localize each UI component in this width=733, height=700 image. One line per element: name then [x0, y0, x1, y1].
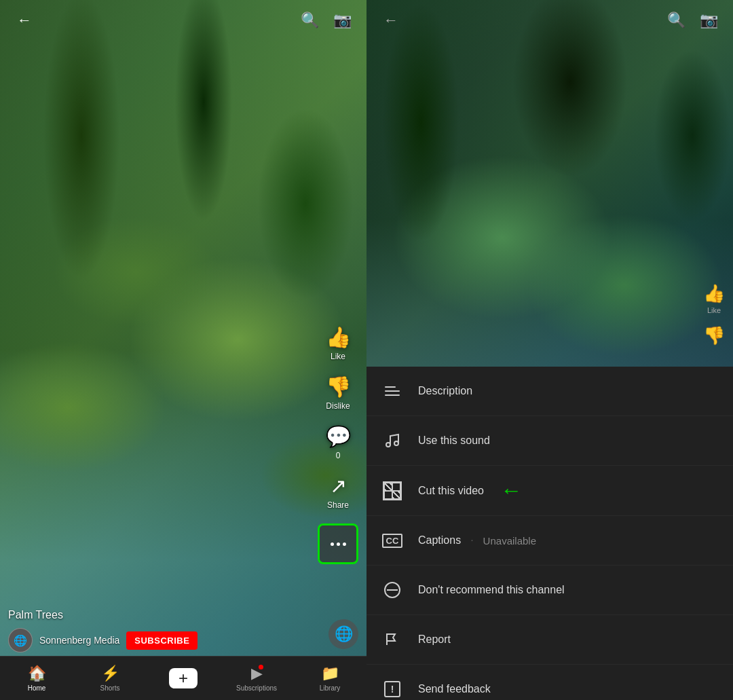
menu-item-description[interactable]: Description [366, 367, 733, 416]
library-label: Library [320, 684, 341, 692]
nav-shorts[interactable]: ⚡ Shorts [73, 665, 147, 692]
top-right-icons: 🔍 📷 [296, 7, 356, 34]
send-feedback-label: Send feedback [418, 683, 491, 695]
comment-count: 0 [336, 451, 341, 460]
menu-item-send-feedback[interactable]: ! Send feedback [366, 665, 733, 700]
nav-add[interactable]: + [147, 668, 220, 688]
nav-library[interactable]: 📁 Library [293, 665, 366, 692]
home-icon: 🏠 [28, 665, 46, 682]
camera-button[interactable]: 📷 [328, 7, 356, 34]
captions-label: Captions · Unavailable [418, 534, 536, 547]
dislike-icon: 👎 [326, 375, 351, 399]
subscribe-button[interactable]: SUBSCRIBE [126, 631, 198, 650]
menu-item-cut-video[interactable]: Cut this video ← [366, 466, 733, 516]
nav-home[interactable]: 🏠 Home [0, 665, 73, 692]
menu-item-report[interactable]: Report [366, 615, 733, 665]
dislike-action[interactable]: 👎 Dislike [326, 375, 351, 411]
right-topbar: ← 🔍 📷 [366, 0, 733, 41]
right-dislike-icon: 👎 [703, 325, 725, 346]
globe-icon: 🌐 [14, 634, 27, 647]
channel-name[interactable]: Sonnenberg Media [39, 635, 119, 646]
svg-point-0 [386, 443, 390, 447]
right-like-action[interactable]: 👍 Like [703, 283, 725, 314]
right-camera-button[interactable]: 📷 [695, 7, 722, 34]
like-icon: 👍 [326, 325, 351, 349]
dont-recommend-label: Don't recommend this channel [418, 584, 565, 596]
right-top-icons: 🔍 📷 [662, 7, 722, 34]
share-label: Share [327, 500, 349, 510]
comment-icon: 💬 [326, 424, 351, 448]
channel-row: 🌐 Sonnenberg Media SUBSCRIBE [8, 628, 305, 652]
subscriptions-label: Subscriptions [236, 684, 277, 692]
search-button[interactable]: 🔍 [296, 7, 323, 34]
menu-item-dont-recommend[interactable]: Don't recommend this channel [366, 566, 733, 615]
description-icon [380, 379, 405, 403]
share-action[interactable]: ↗ Share [327, 474, 349, 510]
home-label: Home [28, 684, 46, 692]
shorts-label: Shorts [100, 684, 120, 692]
captions-icon: CC [380, 528, 405, 553]
share-icon: ↗ [330, 474, 347, 498]
video-title: Palm Trees [8, 609, 305, 621]
menu-item-use-sound[interactable]: Use this sound [366, 416, 733, 466]
video-info: Palm Trees 🌐 Sonnenberg Media SUBSCRIBE [8, 609, 305, 652]
add-icon: + [169, 668, 198, 688]
menu-list: Description Use this sound [366, 367, 733, 700]
dislike-label: Dislike [326, 401, 350, 411]
library-icon: 📁 [321, 665, 339, 682]
right-video-bg [366, 0, 733, 367]
video-background [0, 0, 366, 700]
use-sound-label: Use this sound [418, 435, 490, 447]
left-panel: ← 🔍 📷 👍 Like 👎 Dislike 💬 0 ↗ Share [0, 0, 366, 700]
more-dots-icon [331, 542, 346, 546]
right-dislike-action[interactable]: 👎 [703, 325, 725, 346]
cut-video-label: Cut this video ← [418, 478, 522, 503]
comment-action[interactable]: 💬 0 [326, 424, 351, 460]
right-side-actions: 👍 Like 👎 [703, 283, 725, 346]
shorts-icon: ⚡ [101, 665, 119, 682]
captions-sub: Unavailable [483, 535, 536, 547]
notification-dot [259, 665, 263, 669]
green-arrow-icon: ← [500, 478, 522, 503]
description-label: Description [418, 385, 472, 397]
feedback-icon: ! [380, 677, 405, 700]
more-options-button[interactable] [318, 523, 358, 564]
svg-point-1 [394, 441, 398, 445]
bottom-globe-button[interactable]: 🌐 [328, 619, 358, 649]
like-label: Like [331, 352, 345, 361]
right-like-label: Like [707, 306, 721, 314]
menu-item-captions[interactable]: CC Captions · Unavailable [366, 516, 733, 566]
channel-avatar: 🌐 [8, 628, 33, 652]
cut-video-icon [380, 479, 405, 503]
right-actions: 👍 Like 👎 Dislike 💬 0 ↗ Share [318, 325, 358, 564]
right-like-icon: 👍 [703, 283, 725, 304]
right-video: ← 🔍 📷 👍 Like 👎 [366, 0, 733, 367]
nav-subscriptions[interactable]: ▶ Subscriptions [220, 665, 293, 692]
flag-icon [380, 627, 405, 652]
left-topbar: ← 🔍 📷 [0, 0, 366, 41]
report-label: Report [418, 633, 451, 646]
back-button[interactable]: ← [11, 7, 38, 34]
block-icon [380, 578, 405, 602]
right-back-button[interactable]: ← [377, 7, 405, 34]
globe-bottom-icon: 🌐 [335, 625, 353, 643]
bottom-nav: 🏠 Home ⚡ Shorts + ▶ Subscriptions 📁 Libr… [0, 656, 366, 700]
right-search-button[interactable]: 🔍 [662, 7, 690, 34]
music-icon [380, 428, 405, 453]
right-panel: ← 🔍 📷 👍 Like 👎 [366, 0, 733, 700]
like-action[interactable]: 👍 Like [326, 325, 351, 361]
